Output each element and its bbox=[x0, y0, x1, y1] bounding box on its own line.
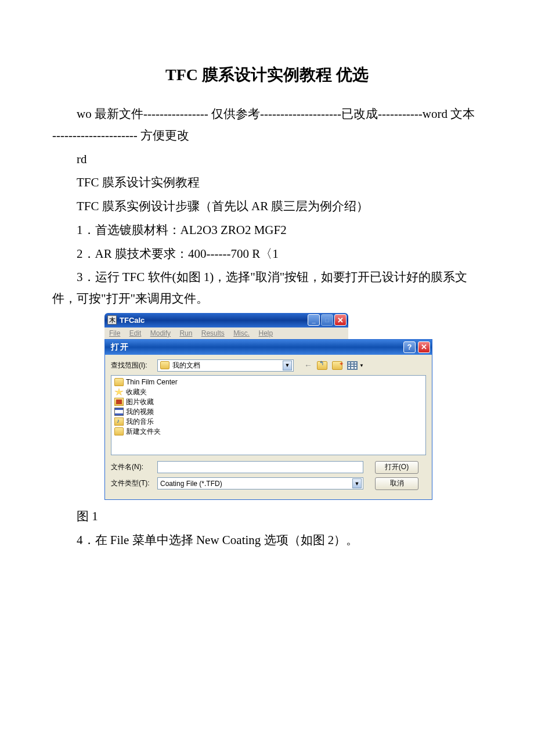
pictures-folder-icon bbox=[114, 398, 124, 406]
folder-icon bbox=[114, 378, 124, 386]
open-button[interactable]: 打开(O) bbox=[375, 461, 418, 474]
filetype-combo[interactable]: Coating File (*.TFD) ▼ bbox=[157, 477, 363, 489]
filetype-label: 文件类型(T): bbox=[111, 478, 157, 488]
file-name: 我的视频 bbox=[126, 407, 154, 417]
lookin-label: 查找范围(I): bbox=[111, 361, 157, 370]
music-folder-icon bbox=[114, 417, 124, 426]
paragraph-preface-2: rd bbox=[52, 149, 482, 170]
lookin-row: 查找范围(I): 我的文档 ▼ ← ▼ bbox=[111, 359, 426, 372]
list-item[interactable]: 我的音乐 bbox=[114, 417, 423, 427]
nav-up-folder-icon[interactable] bbox=[317, 361, 327, 370]
paragraph-preface-1: wo 最新文件---------------- 仅供参考------------… bbox=[52, 103, 482, 146]
paragraph-subtitle: TFC 膜系设计实例教程 bbox=[52, 172, 482, 193]
folder-icon bbox=[160, 361, 169, 369]
file-name: 我的音乐 bbox=[126, 417, 154, 427]
lookin-value: 我的文档 bbox=[172, 361, 283, 370]
nav-new-folder-icon[interactable] bbox=[332, 361, 342, 370]
cancel-button[interactable]: 取消 bbox=[375, 477, 418, 490]
minimize-button[interactable]: _ bbox=[308, 314, 320, 326]
dialog-help-button[interactable]: ? bbox=[403, 341, 416, 353]
filename-label: 文件名(N): bbox=[111, 462, 157, 472]
dropdown-arrow-icon[interactable]: ▼ bbox=[352, 478, 362, 488]
dropdown-arrow-icon[interactable]: ▼ bbox=[283, 361, 292, 370]
list-item[interactable]: 收藏夹 bbox=[114, 387, 423, 397]
open-file-dialog: 打开 ? ✕ 查找范围(I): 我的文档 ▼ ← ▼ bbox=[104, 339, 432, 500]
filename-input[interactable] bbox=[157, 461, 363, 473]
list-item[interactable]: 新建文件夹 bbox=[114, 427, 423, 437]
menu-modify[interactable]: Modify bbox=[150, 329, 171, 337]
file-name: 新建文件夹 bbox=[126, 427, 161, 437]
paragraph-steps-intro: TFC 膜系实例设计步骤（首先以 AR 膜三层为例介绍） bbox=[52, 196, 482, 217]
list-item[interactable]: 图片收藏 bbox=[114, 397, 423, 407]
menu-help[interactable]: Help bbox=[258, 329, 273, 337]
maximize-button[interactable]: □ bbox=[321, 314, 333, 326]
dialog-title-text: 打开 bbox=[111, 342, 403, 352]
favorites-icon bbox=[114, 388, 124, 396]
figure-1-caption: 图 1 bbox=[52, 506, 482, 527]
filetype-value: Coating File (*.TFD) bbox=[160, 480, 352, 488]
menu-results[interactable]: Results bbox=[201, 329, 225, 337]
dialog-titlebar: 打开 ? ✕ bbox=[105, 340, 432, 355]
nav-view-menu-icon[interactable] bbox=[347, 361, 358, 370]
lookin-combo[interactable]: 我的文档 ▼ bbox=[157, 359, 294, 372]
tfcalc-titlebar: 木 TFCalc _ □ ✕ bbox=[104, 313, 348, 327]
close-button[interactable]: ✕ bbox=[334, 314, 347, 326]
list-item[interactable]: 我的视频 bbox=[114, 407, 423, 417]
file-name: 收藏夹 bbox=[126, 387, 147, 397]
list-item[interactable]: Thin Film Center bbox=[114, 377, 423, 387]
paragraph-step-2: 2．AR 膜技术要求：400------700 R〈1 bbox=[52, 243, 482, 265]
menu-edit[interactable]: Edit bbox=[129, 329, 142, 337]
dialog-close-button[interactable]: ✕ bbox=[418, 341, 430, 353]
menu-run[interactable]: Run bbox=[179, 329, 192, 337]
tfcalc-title-text: TFCalc bbox=[120, 316, 306, 325]
figure-1-screenshot: 木 TFCalc _ □ ✕ File Edit Modify Run Resu… bbox=[104, 313, 432, 500]
document-title: TFC 膜系设计实例教程 优选 bbox=[52, 64, 482, 86]
tfcalc-app-icon: 木 bbox=[107, 315, 117, 325]
menu-file[interactable]: File bbox=[109, 329, 120, 337]
paragraph-step-1: 1．首选镀膜材料：AL2O3 ZRO2 MGF2 bbox=[52, 219, 482, 241]
nav-back-icon[interactable]: ← bbox=[304, 361, 312, 370]
menu-misc[interactable]: Misc. bbox=[233, 329, 250, 337]
videos-folder-icon bbox=[114, 408, 124, 416]
nav-view-dropdown-icon[interactable]: ▼ bbox=[359, 363, 364, 368]
file-name: Thin Film Center bbox=[126, 378, 178, 386]
file-name: 图片收藏 bbox=[126, 397, 154, 407]
file-list[interactable]: Thin Film Center 收藏夹 图片收藏 我的视频 我的音乐 新建文件… bbox=[111, 375, 426, 455]
paragraph-step-4: 4．在 File 菜单中选择 New Coating 选项（如图 2）。 bbox=[52, 530, 482, 551]
tfcalc-menubar: File Edit Modify Run Results Misc. Help bbox=[104, 327, 348, 340]
paragraph-step-3: 3．运行 TFC 软件(如图 1)，选择"取消"按钮，如要打开已设计好的膜系文件… bbox=[52, 267, 482, 309]
tfcalc-window: 木 TFCalc _ □ ✕ File Edit Modify Run Resu… bbox=[104, 313, 348, 340]
folder-icon bbox=[114, 427, 124, 435]
